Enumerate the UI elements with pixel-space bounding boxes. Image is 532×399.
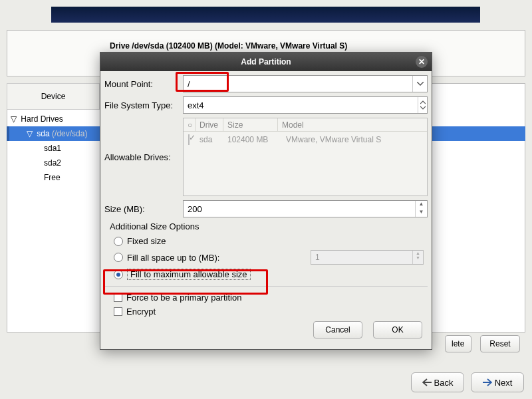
reset-button[interactable]: Reset: [480, 335, 520, 352]
drives-list-row[interactable]: sda 102400 MB VMware, VMware Virtual S: [184, 132, 427, 148]
fs-type-value: ext4: [188, 100, 204, 110]
cancel-button[interactable]: Cancel: [313, 321, 362, 338]
checkbox-icon[interactable]: [114, 293, 122, 302]
size-value: 200: [188, 204, 202, 214]
size-label: Size (MB):: [104, 204, 183, 214]
drive-row-name: sda: [198, 135, 227, 144]
tree-label: Hard Drives: [21, 114, 63, 124]
radio-fill-up-to[interactable]: Fill all space up to (MB): 1 ▲ ▼: [104, 248, 428, 267]
radio-label: Fill all space up to (MB):: [127, 253, 219, 263]
wizard-nav: Back Next: [411, 372, 524, 392]
arrow-left-icon: [422, 378, 432, 386]
fill-up-to-spinbox: 1 ▲ ▼: [311, 250, 424, 265]
disclosure-triangle-icon: ▽: [11, 112, 19, 126]
arrow-right-icon: [483, 378, 492, 386]
close-icon[interactable]: ✕: [416, 56, 428, 68]
drive-row-model: VMware, VMware Virtual S: [283, 135, 427, 144]
drives-size-header: Size: [223, 118, 278, 132]
dialog-titlebar: Add Partition ✕: [100, 53, 432, 71]
drive-row-size: 102400 MB: [227, 135, 283, 144]
allowable-drives-row: Allowable Drives: ○ Drive Size Model sda…: [104, 118, 428, 196]
tree-dev-path: (/dev/sda): [52, 129, 87, 138]
mount-point-label: Mount Point:: [104, 79, 183, 89]
updown-icon[interactable]: [418, 97, 427, 113]
ok-button[interactable]: OK: [373, 321, 422, 338]
radio-icon[interactable]: [114, 237, 123, 246]
spinner-icon: ▲ ▼: [412, 251, 423, 264]
fill-up-to-value: 1: [315, 253, 320, 262]
drives-check-header: ○: [184, 118, 196, 132]
drives-list-header: ○ Drive Size Model: [184, 118, 427, 132]
radio-icon[interactable]: [114, 270, 123, 279]
drive-summary-label: Drive /dev/sda (102400 MB) (Model: VMwar…: [110, 41, 347, 51]
dialog-body: Mount Point: / File System Type: ext4 Al…: [100, 71, 432, 349]
device-column-header-text: Device: [41, 92, 66, 101]
check-encrypt[interactable]: Encrypt: [104, 305, 428, 319]
mount-point-value: /: [188, 79, 190, 89]
check-label: Force to be a primary partition: [126, 293, 241, 303]
drives-model-header: Model: [278, 118, 427, 132]
delete-button-partial[interactable]: lete: [445, 335, 471, 352]
size-spinbox[interactable]: 200 ▲▼: [183, 200, 428, 217]
mount-point-combo[interactable]: /: [183, 75, 428, 92]
disclosure-triangle-icon: ▽: [27, 126, 35, 141]
allowable-drives-list[interactable]: ○ Drive Size Model sda 102400 MB VMware,…: [183, 118, 428, 196]
radio-icon[interactable]: [114, 253, 123, 262]
radio-fill-max[interactable]: Fill to maximum allowable size: [104, 267, 428, 282]
fs-type-combo[interactable]: ext4: [183, 96, 428, 114]
checkbox-icon[interactable]: [114, 307, 122, 316]
radio-label: Fill to maximum allowable size: [127, 269, 251, 280]
check-force-primary[interactable]: Force to be a primary partition: [104, 291, 428, 305]
window-banner: [51, 7, 480, 23]
dialog-title: Add Partition: [241, 57, 291, 66]
tree-label: sda: [37, 129, 49, 138]
spinner-icon[interactable]: ▲▼: [415, 201, 427, 217]
back-button[interactable]: Back: [411, 372, 464, 392]
chevron-down-icon[interactable]: [412, 76, 427, 92]
device-column-header: Device: [7, 83, 100, 110]
radio-fixed-size[interactable]: Fixed size: [104, 234, 428, 248]
next-button[interactable]: Next: [471, 372, 524, 392]
additional-size-label: Additional Size Options: [110, 221, 426, 231]
add-partition-dialog: Add Partition ✕ Mount Point: / File Syst…: [100, 52, 432, 350]
drive-row-checkbox[interactable]: [188, 134, 190, 145]
allowable-drives-label: Allowable Drives:: [104, 152, 183, 162]
dialog-buttons: Cancel OK: [104, 319, 428, 342]
table-action-buttons: lete Reset: [445, 335, 520, 352]
radio-label: Fixed size: [127, 236, 166, 246]
size-row: Size (MB): 200 ▲▼: [104, 200, 428, 217]
fs-type-label: File System Type:: [104, 100, 183, 110]
fs-type-row: File System Type: ext4: [104, 96, 428, 114]
back-label: Back: [434, 378, 454, 388]
check-label: Encrypt: [126, 307, 156, 317]
drives-drive-header: Drive: [196, 118, 223, 132]
mount-point-row: Mount Point: /: [104, 75, 428, 92]
next-label: Next: [495, 378, 513, 388]
